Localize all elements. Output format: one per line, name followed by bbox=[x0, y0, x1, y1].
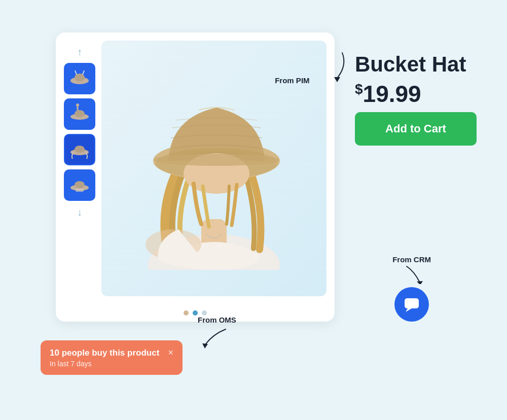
svg-point-11 bbox=[75, 181, 85, 188]
svg-point-19 bbox=[154, 154, 279, 166]
thumbnail-2[interactable] bbox=[64, 98, 95, 130]
currency-symbol: $ bbox=[355, 81, 363, 97]
dot-3[interactable] bbox=[202, 310, 207, 316]
svg-line-3 bbox=[83, 71, 84, 75]
svg-marker-21 bbox=[417, 281, 423, 284]
notification-subtitle: In last 7 days bbox=[50, 360, 173, 368]
svg-point-7 bbox=[76, 103, 79, 107]
notification-title: 10 people buy this product bbox=[50, 348, 159, 358]
from-oms-annotation: From OMS bbox=[198, 316, 236, 349]
thumbnail-1[interactable] bbox=[64, 63, 95, 94]
product-info-panel: Bucket Hat $19.99 Add to Cart bbox=[355, 43, 477, 146]
from-pim-label: From PIM bbox=[275, 76, 309, 85]
svg-line-2 bbox=[75, 71, 77, 75]
svg-marker-24 bbox=[202, 343, 208, 348]
notification-header: 10 people buy this product × bbox=[50, 347, 173, 358]
svg-marker-20 bbox=[334, 77, 340, 82]
price-value: 19.99 bbox=[363, 81, 421, 108]
scene: ↑ bbox=[25, 17, 482, 403]
crm-arrow-svg bbox=[396, 264, 427, 284]
product-name: Bucket Hat bbox=[355, 53, 477, 76]
svg-point-1 bbox=[75, 74, 85, 82]
scroll-down-arrow[interactable]: ↓ bbox=[77, 207, 82, 217]
pim-arrow-svg bbox=[312, 48, 352, 83]
oms-arrow-svg bbox=[198, 324, 233, 349]
notification-close-button[interactable]: × bbox=[168, 347, 173, 358]
pagination-dots bbox=[56, 304, 335, 322]
product-price: $19.99 bbox=[355, 82, 477, 106]
from-oms-label: From OMS bbox=[198, 316, 236, 324]
from-crm-annotation: From CRM bbox=[392, 255, 431, 322]
dot-2[interactable] bbox=[193, 310, 198, 316]
thumbnails-column: ↑ bbox=[64, 41, 95, 296]
svg-rect-12 bbox=[76, 189, 84, 192]
svg-rect-22 bbox=[405, 298, 419, 308]
crm-chat-icon[interactable] bbox=[394, 287, 429, 322]
notification-banner: 10 people buy this product × In last 7 d… bbox=[41, 340, 183, 375]
from-crm-label: From CRM bbox=[392, 255, 431, 264]
scroll-up-arrow[interactable]: ↑ bbox=[77, 47, 82, 57]
svg-point-5 bbox=[75, 110, 85, 117]
svg-point-9 bbox=[75, 146, 85, 153]
from-pim-annotation: From PIM bbox=[275, 48, 352, 85]
svg-marker-23 bbox=[406, 308, 412, 312]
chat-bubble-icon bbox=[403, 295, 421, 313]
thumbnail-4[interactable] bbox=[64, 169, 95, 201]
thumbnail-3[interactable] bbox=[64, 134, 95, 165]
dot-1[interactable] bbox=[184, 310, 189, 316]
add-to-cart-button[interactable]: Add to Cart bbox=[355, 112, 477, 146]
